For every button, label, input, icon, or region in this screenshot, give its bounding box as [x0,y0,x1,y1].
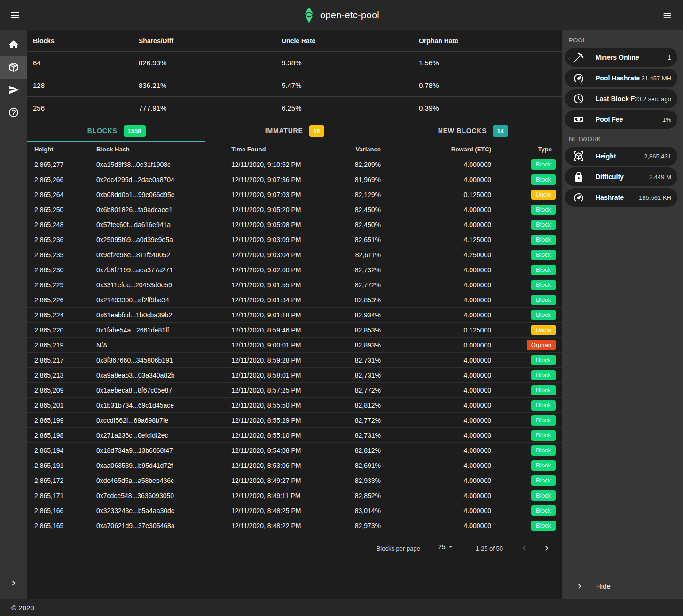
table-row: 2,865,198 0x271a236c...0efcfdf2ec 12/11/… [27,428,562,443]
cell-time-found: 12/11/2020, 9:07:03 PM [224,191,349,198]
table-row: 2,865,201 0x1b31b734...69c1d45ace 12/11/… [27,398,562,413]
menu-button-right[interactable] [658,6,676,24]
stats-cell: 256 [33,104,139,112]
sidebar-section-pool: POOL Miners Online 1 Pool Hashrate 31.45… [562,37,683,129]
cell-block-hash: N/A [89,341,224,349]
cell-variance: 82,611% [349,251,381,259]
cell-reward: 0.000000 [381,341,491,349]
chevron-down-icon [447,543,455,551]
pickaxe-icon [573,52,584,63]
cell-block-hash: 0x7cdce548...3636093050 [89,492,224,499]
cell-variance: 82,731% [349,432,381,439]
stat-value: 31.457 MH [641,75,671,82]
next-page-button[interactable] [540,541,554,555]
cell-variance: 82,732% [349,266,381,274]
cell-variance: 82,934% [349,311,381,319]
type-chip: Block [531,490,556,501]
table-row: 2,865,266 0x2dc4295d...2dae0a8704 12/11/… [27,172,562,187]
table-row: 2,865,235 0x9df2e98e...811fc40052 12/11/… [27,247,562,262]
type-chip: Block [531,159,556,170]
stats-row: 64826.93%9.38%1.56% [27,52,562,74]
cell-variance: 82,893% [349,341,381,349]
table-row: 2,865,194 0x18d734a9...13b6060f47 12/11/… [27,443,562,458]
stat-label: Pool Hashrate [596,74,641,82]
cell-time-found: 12/11/2020, 9:10:52 PM [224,161,349,168]
cell-height: 2,865,166 [27,507,89,514]
tab-immature[interactable]: IMMATURE 16 [205,119,384,142]
table-row: 2,865,171 0x7cdce548...3636093050 12/11/… [27,488,562,503]
chevron-right-icon [542,544,551,553]
left-sidebar-nav [0,33,27,124]
type-chip: Block [531,220,556,230]
cell-height: 2,865,172 [27,477,89,484]
stat-pill: Hashrate 185.561 KH [565,188,677,207]
table-row: 2,865,277 0xa15d3f38...0e31f1908c 12/11/… [27,157,562,172]
tab-new-blocks[interactable]: NEW BLOCKS 14 [384,119,562,142]
stat-value: 185.561 KH [639,194,671,201]
tab-count-badge: 1558 [124,125,146,137]
cell-reward: 4.000000 [381,371,491,379]
cube-scan-icon [573,150,584,162]
type-chip: Block [531,400,556,411]
cell-height: 2,865,198 [27,432,89,439]
cell-variance: 82,933% [349,477,381,484]
table-row: 2,865,220 0x1fabe54a...2661de81ff 12/11/… [27,323,562,338]
blocks-table-header: HeightBlock HashTime FoundVarianceReward… [27,142,562,157]
chevron-left-icon [519,544,529,553]
cell-reward: 4.000000 [381,522,491,529]
table-row: 2,865,236 0x25095f69...a0d39e9e5a 12/11/… [27,232,562,247]
cell-time-found: 12/11/2020, 8:48:22 PM [224,522,349,529]
chevron-right-icon [9,578,18,588]
cell-reward: 4.000000 [381,402,491,409]
hide-sidebar-button[interactable]: Hide [562,573,683,599]
section-title: POOL [569,37,683,44]
cell-variance: 82,772% [349,281,381,289]
cell-variance: 83,014% [349,507,381,514]
type-chip: Block [531,505,556,516]
help-icon [8,107,19,118]
cell-variance: 82,731% [349,371,381,379]
type-chip: Block [531,295,556,305]
stat-value: 2.449 M [649,174,671,181]
tab-count-badge: 14 [493,125,508,137]
tab-blocks[interactable]: BLOCKS 1558 [27,119,205,142]
cell-height: 2,865,250 [27,206,89,213]
sidebar-item-blocks[interactable] [0,56,27,79]
cell-variance: 82,812% [349,402,381,409]
previous-page-button[interactable] [517,541,531,555]
stat-pill: Pool Fee 1% [565,110,677,129]
sidebar-expand-button[interactable] [0,572,27,594]
table-row: 2,865,165 0xa70621d9...37e305468a 12/11/… [27,518,562,533]
cell-block-hash: 0xdc465d5a...a58beb436c [89,477,224,484]
cell-time-found: 12/11/2020, 8:55:10 PM [224,432,349,439]
cell-time-found: 12/11/2020, 9:00:01 PM [224,341,349,349]
cell-height: 2,865,165 [27,522,89,529]
type-chip: Block [531,430,556,441]
cell-block-hash: 0xccdf562f...69a698b7fe [89,417,224,424]
stats-table-header: BlocksShares/DiffUncle RateOrphan Rate [27,30,562,52]
cell-reward: 4.000000 [381,281,491,289]
cell-reward: 4.000000 [381,176,491,183]
chevron-right-icon [575,582,584,591]
cell-height: 2,865,229 [27,281,89,289]
sidebar-item-payments[interactable] [0,79,27,101]
type-chip: Block [531,280,556,290]
cell-block-hash: 0xaa063539...b95d41d72f [89,462,224,469]
cell-reward: 4.000000 [381,206,491,213]
cell-time-found: 12/11/2020, 9:03:04 PM [224,251,349,259]
stats-cell: 128 [33,81,139,89]
cell-variance: 82,731% [349,356,381,364]
sidebar-item-home[interactable] [0,33,27,56]
cell-block-hash: 0x61eabfcd...1b0cba39b2 [89,311,224,319]
sidebar-item-help[interactable] [0,101,27,124]
table-row: 2,865,209 0x1aebeca8...8f67c05e87 12/11/… [27,383,562,398]
table-row: 2,865,224 0x61eabfcd...1b0cba39b2 12/11/… [27,308,562,323]
stat-label: Last Block Fo… [596,95,635,103]
table-row: 2,865,166 0x3233243e...b5a4aa30dc 12/11/… [27,503,562,518]
cell-block-hash: 0x57fec60f...da616e941a [89,221,224,229]
page-size-select[interactable]: 25 [436,543,456,553]
menu-button-left[interactable] [6,6,24,24]
stat-value: 2,865,431 [644,153,671,160]
column-header: Type [491,146,562,153]
cell-time-found: 12/11/2020, 9:05:08 PM [224,221,349,229]
